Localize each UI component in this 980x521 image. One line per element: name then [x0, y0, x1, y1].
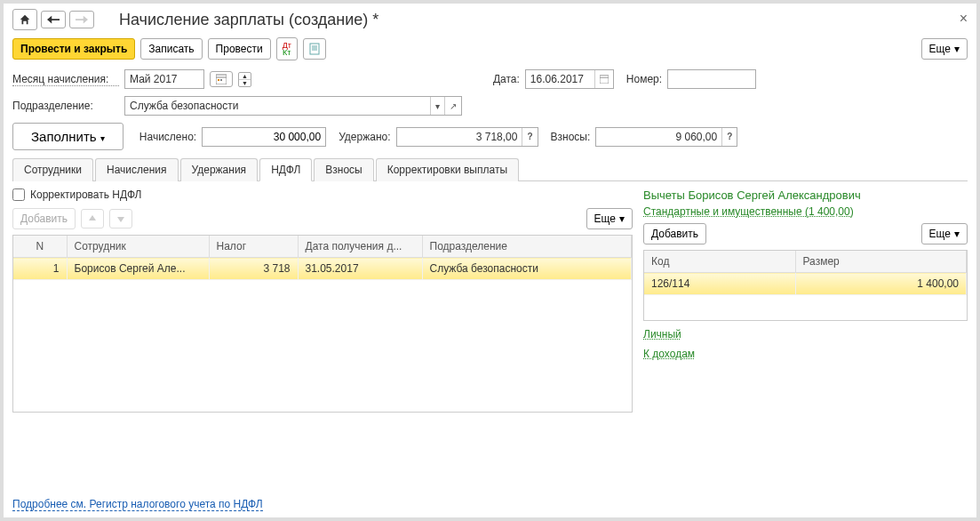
- tab-withholdings[interactable]: Удержания: [180, 158, 259, 181]
- close-button[interactable]: ×: [960, 11, 968, 27]
- month-up-button[interactable]: ▲: [239, 73, 251, 80]
- write-button[interactable]: Записать: [140, 38, 202, 60]
- withheld-label: Удержано:: [339, 131, 390, 143]
- deductions-add-button[interactable]: Добавить: [643, 223, 706, 244]
- back-button[interactable]: [41, 11, 66, 28]
- arrow-up-icon: [87, 213, 98, 224]
- department-dropdown-button[interactable]: ▾: [430, 97, 444, 115]
- dt-kt-icon: ДтКт: [283, 42, 291, 56]
- move-down-button[interactable]: [109, 209, 132, 228]
- calendar-icon: [600, 75, 609, 84]
- page-title: Начисление зарплаты (создание) *: [119, 11, 378, 29]
- personal-link[interactable]: Личный: [643, 328, 681, 341]
- tab-ndfl[interactable]: НДФЛ: [259, 158, 312, 181]
- month-down-button[interactable]: ▼: [239, 80, 251, 86]
- arrow-down-icon: [116, 213, 126, 224]
- svg-rect-8: [600, 76, 609, 84]
- month-label: Месяц начисления:: [12, 73, 119, 86]
- deductions-table[interactable]: Код Размер 126/114 1 400,00: [643, 250, 968, 321]
- contrib-help-button[interactable]: ?: [721, 128, 737, 146]
- deductions-std-link[interactable]: Стандартные и имущественные (1 400,00): [643, 205, 854, 218]
- col-tax: Налог: [209, 236, 298, 258]
- to-income-link[interactable]: К доходам: [643, 348, 695, 360]
- post-and-close-button[interactable]: Провести и закрыть: [12, 38, 135, 60]
- move-up-button[interactable]: [81, 209, 104, 228]
- chevron-down-icon: ▾: [100, 133, 105, 143]
- calendar-icon: [216, 74, 227, 84]
- deductions-more-button[interactable]: Еще ▾: [921, 223, 968, 244]
- more-button[interactable]: Еще ▾: [921, 38, 968, 60]
- home-button[interactable]: [12, 9, 37, 30]
- print-button[interactable]: [303, 38, 326, 60]
- document-icon: [309, 43, 320, 55]
- add-row-button[interactable]: Добавить: [12, 208, 76, 229]
- accrued-field[interactable]: [202, 127, 326, 147]
- ndfl-table[interactable]: N Сотрудник Налог Дата получения д... По…: [12, 235, 633, 413]
- tab-payment-corrections[interactable]: Корректировки выплаты: [376, 158, 519, 181]
- footer-register-link[interactable]: Подробнее см. Регистр налогового учета п…: [12, 498, 263, 511]
- chevron-down-icon: ▾: [954, 43, 960, 55]
- col-income-date: Дата получения д...: [298, 236, 422, 258]
- home-icon: [19, 13, 31, 26]
- svg-rect-7: [220, 79, 222, 81]
- svg-rect-0: [310, 44, 319, 54]
- number-label: Номер:: [626, 73, 662, 85]
- number-field[interactable]: [667, 69, 756, 89]
- svg-rect-6: [218, 79, 219, 81]
- contrib-label: Взносы:: [551, 131, 591, 143]
- fill-button[interactable]: Заполнить ▾: [12, 123, 123, 150]
- date-picker-button[interactable]: [594, 70, 613, 88]
- table-more-button[interactable]: Еще ▾: [586, 208, 633, 229]
- department-open-button[interactable]: ↗: [444, 97, 461, 115]
- date-field[interactable]: 16.06.2017: [525, 69, 614, 89]
- month-picker-button[interactable]: [210, 71, 233, 87]
- department-field[interactable]: Служба безопасности ▾ ↗: [124, 96, 462, 116]
- withheld-field[interactable]: 3 718,00 ?: [396, 127, 538, 147]
- table-row[interactable]: 126/114 1 400,00: [644, 273, 967, 295]
- correct-ndfl-checkbox[interactable]: [12, 188, 25, 201]
- department-label: Подразделение:: [12, 100, 119, 112]
- forward-button[interactable]: [69, 11, 94, 28]
- post-button[interactable]: Провести: [208, 38, 271, 60]
- month-field[interactable]: Май 2017: [124, 69, 204, 89]
- tab-employees[interactable]: Сотрудники: [12, 158, 93, 181]
- arrow-right-icon: [76, 15, 88, 24]
- chevron-down-icon: ▾: [619, 212, 625, 225]
- contrib-field[interactable]: 9 060,00 ?: [595, 127, 737, 147]
- col-amount: Размер: [795, 251, 967, 273]
- date-label: Дата:: [493, 73, 520, 85]
- col-department: Подразделение: [422, 236, 632, 258]
- col-n: N: [13, 236, 67, 258]
- col-code: Код: [644, 251, 795, 273]
- deductions-title: Вычеты Борисов Сергей Александрович: [643, 188, 968, 202]
- correct-ndfl-label: Корректировать НДФЛ: [30, 188, 141, 201]
- register-movements-button[interactable]: ДтКт: [276, 37, 298, 60]
- tab-bar: Сотрудники Начисления Удержания НДФЛ Взн…: [12, 157, 968, 181]
- tab-accruals[interactable]: Начисления: [95, 158, 179, 181]
- accrued-label: Начислено:: [139, 131, 196, 143]
- withheld-help-button[interactable]: ?: [522, 128, 537, 146]
- chevron-down-icon: ▾: [954, 228, 960, 240]
- arrow-left-icon: [47, 15, 60, 24]
- table-row[interactable]: 1 Борисов Сергей Але... 3 718 31.05.2017…: [13, 258, 632, 280]
- tab-contributions[interactable]: Взносы: [314, 158, 373, 181]
- col-employee: Сотрудник: [67, 236, 209, 258]
